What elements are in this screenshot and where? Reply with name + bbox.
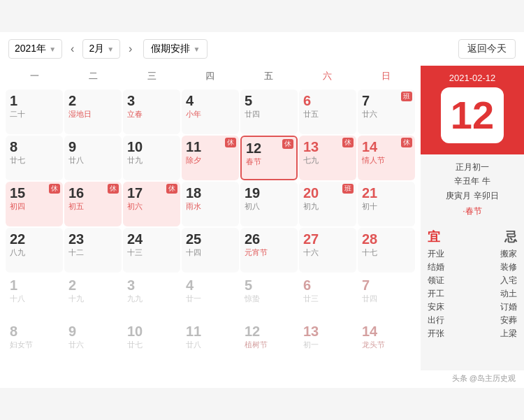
cal-cell[interactable]: 6廿三 xyxy=(299,274,356,319)
cal-cell[interactable]: 12植树节 xyxy=(240,320,298,365)
cal-cell[interactable]: 2湿地日 xyxy=(64,89,122,134)
yi-item: 领证 xyxy=(428,275,444,287)
cal-cell[interactable]: 18雨水 xyxy=(182,182,239,226)
lunar-text: 廿三 xyxy=(303,294,319,304)
year-selector[interactable]: 2021年 ▼ xyxy=(8,39,62,59)
lunar-text: 初九 xyxy=(303,201,319,212)
year-label: 2021年 xyxy=(15,43,46,55)
cell-badge: 休 xyxy=(49,184,60,194)
date-number: 5 xyxy=(245,92,252,109)
ji-item: 上梁 xyxy=(500,328,517,340)
weekday-thu: 四 xyxy=(181,66,240,87)
lunar-text: 妇女节 xyxy=(10,340,33,350)
ji-label: 忌 xyxy=(504,229,517,245)
date-number: 15 xyxy=(10,184,25,201)
cal-cell[interactable]: 休13七九 xyxy=(299,136,356,180)
cal-cell[interactable]: 26元宵节 xyxy=(240,228,298,273)
date-number: 10 xyxy=(127,138,143,155)
cal-cell[interactable]: 27十六 xyxy=(299,228,356,273)
date-number: 22 xyxy=(10,231,25,247)
cal-cell[interactable]: 休16初五 xyxy=(64,182,122,226)
cal-cell[interactable]: 9廿八 xyxy=(64,136,122,180)
date-number: 20 xyxy=(303,184,319,201)
lunar-text: 七九 xyxy=(303,155,319,166)
yi-item: 开工 xyxy=(428,288,444,300)
weekday-sat: 六 xyxy=(298,66,357,87)
date-number: 2 xyxy=(68,277,76,294)
cal-cell[interactable]: 11廿八 xyxy=(182,320,239,365)
year-chevron: ▼ xyxy=(49,45,56,53)
cal-cell[interactable]: 25十四 xyxy=(182,228,239,273)
lunar-info-line: 辛丑年 牛 xyxy=(428,174,517,188)
cal-cell[interactable]: 2十九 xyxy=(64,274,122,319)
cal-cell[interactable]: 14龙头节 xyxy=(358,320,415,365)
next-month-button[interactable]: › xyxy=(126,40,135,58)
date-number: 9 xyxy=(68,138,76,155)
holiday-selector[interactable]: 假期安排 ▼ xyxy=(143,39,208,59)
yi-item: 结婚 xyxy=(428,261,444,273)
lunar-text: 廿八 xyxy=(68,155,84,166)
yiji-columns: 开业结婚领证开工安床出行开张 搬家装修入宅动土订婚安葬上梁 xyxy=(428,248,517,340)
month-selector[interactable]: 2月 ▼ xyxy=(82,39,120,59)
date-string: 2021-02-12 xyxy=(449,73,496,83)
cal-cell[interactable]: 10廿七 xyxy=(123,320,180,365)
date-number: 14 xyxy=(362,323,377,340)
lunar-text: 情人节 xyxy=(362,155,385,166)
ji-item: 动土 xyxy=(500,288,517,300)
cal-cell[interactable]: 1二十 xyxy=(6,89,63,134)
cal-cell[interactable]: 班7廿六 xyxy=(358,89,415,134)
date-number: 13 xyxy=(303,138,319,155)
cal-cell[interactable]: 5惊蛰 xyxy=(240,274,298,319)
lunar-text: 廿七 xyxy=(10,155,25,166)
date-number: 8 xyxy=(10,138,17,155)
cal-cell[interactable]: 休14情人节 xyxy=(358,136,415,180)
weekday-headers: 一 二 三 四 五 六 日 xyxy=(6,66,415,87)
weekday-fri: 五 xyxy=(240,66,298,87)
prev-month-button[interactable]: ‹ xyxy=(68,40,77,58)
cal-cell[interactable]: 8廿七 xyxy=(6,136,63,180)
cal-cell[interactable]: 24十三 xyxy=(123,228,180,273)
lunar-text: 廿九 xyxy=(127,155,143,166)
cal-cell[interactable]: 3立春 xyxy=(123,89,180,134)
cal-cell[interactable]: 21初十 xyxy=(358,182,415,226)
cal-cell[interactable]: 9廿六 xyxy=(64,320,122,365)
return-today-button[interactable]: 返回今天 xyxy=(458,39,516,59)
cal-cell[interactable]: 4小年 xyxy=(182,89,239,134)
cal-cell[interactable]: 1十八 xyxy=(6,274,63,319)
lunar-text: 初四 xyxy=(10,201,25,212)
cell-badge: 班 xyxy=(401,92,412,101)
festival-tag: ·春节 xyxy=(428,205,517,217)
cal-cell[interactable]: 5廿四 xyxy=(240,89,298,134)
cal-cell[interactable]: 6廿五 xyxy=(299,89,356,134)
date-number: 19 xyxy=(245,184,260,201)
calendar-app: 2021年 ▼ ‹ 2月 ▼ › 假期安排 ▼ 返回今天 一 二 三 四 五 六… xyxy=(0,32,524,388)
cal-cell[interactable]: 28十七 xyxy=(358,228,415,273)
cal-cell[interactable]: 8妇女节 xyxy=(6,320,63,365)
cal-cell[interactable]: 休17初六 xyxy=(123,182,180,226)
cal-cell[interactable]: 23十二 xyxy=(64,228,122,273)
cal-cell[interactable]: 19初八 xyxy=(240,182,298,226)
lunar-text: 廿四 xyxy=(245,109,260,120)
cal-cell[interactable]: 休15初四 xyxy=(6,182,63,226)
date-number: 12 xyxy=(246,140,261,157)
cal-cell[interactable]: 休11除夕 xyxy=(182,136,239,180)
date-number: 21 xyxy=(362,184,377,201)
lunar-text: 小年 xyxy=(186,109,201,120)
date-number: 17 xyxy=(127,184,143,201)
cal-cell[interactable]: 7廿四 xyxy=(358,274,415,319)
lunar-text: 九九 xyxy=(127,294,143,304)
cal-cell[interactable]: 10廿九 xyxy=(123,136,180,180)
cal-cell[interactable]: 3九九 xyxy=(123,274,180,319)
lunar-text: 初六 xyxy=(127,201,143,212)
date-number: 12 xyxy=(245,323,260,340)
cal-cell[interactable]: 班20初九 xyxy=(299,182,356,226)
lunar-text: 廿六 xyxy=(68,340,84,350)
cal-cell[interactable]: 4廿一 xyxy=(182,274,239,319)
lunar-text: 廿八 xyxy=(186,340,201,350)
cal-cell[interactable]: 22八九 xyxy=(6,228,63,273)
cal-cell[interactable]: 13初一 xyxy=(299,320,356,365)
ji-item: 安葬 xyxy=(500,314,517,326)
ji-item: 搬家 xyxy=(500,248,517,260)
footer-text: 头条 @岛主历史观 xyxy=(452,374,516,382)
cal-cell[interactable]: 休12春节 xyxy=(240,136,298,180)
